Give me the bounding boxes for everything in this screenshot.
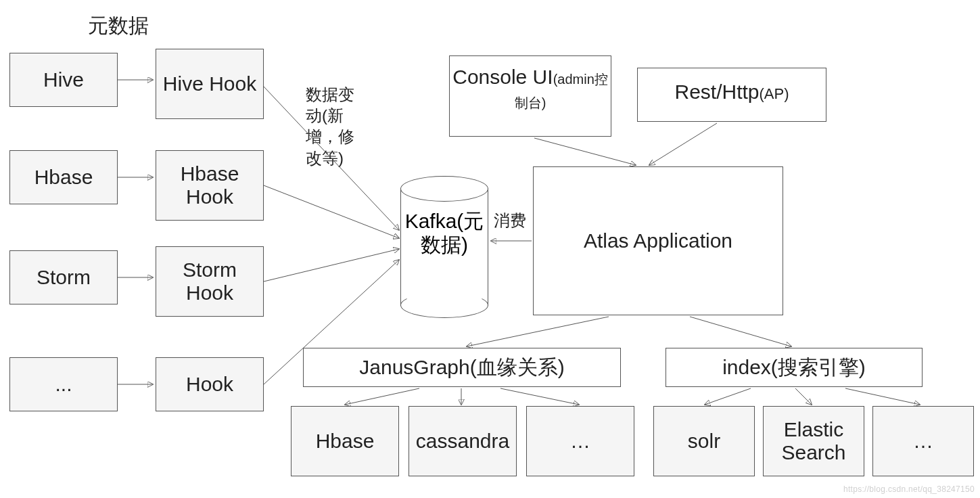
node-rest-http: Rest/Http(AP): [637, 68, 826, 122]
node-atlas-application: Atlas Application: [533, 166, 783, 315]
node-janus-more: …: [526, 406, 634, 476]
node-janus-cassandra: cassandra: [409, 406, 517, 476]
svg-line-5: [264, 185, 399, 238]
svg-line-10: [649, 123, 717, 165]
node-hbase: Hbase: [9, 150, 118, 204]
node-console-ui-main: Console UI: [452, 66, 553, 88]
node-storm: Storm: [9, 250, 118, 304]
edge-label-hook-kafka: 数据变动(新增，修改等): [306, 84, 360, 168]
svg-line-13: [345, 388, 419, 405]
watermark: https://blog.csdn.net/qq_38247150: [843, 484, 975, 494]
node-janusgraph: JanusGraph(血缘关系): [303, 348, 621, 387]
svg-line-15: [500, 388, 579, 405]
svg-line-12: [690, 317, 791, 346]
node-index-es: Elastic Search: [763, 406, 864, 476]
node-index-more: …: [872, 406, 974, 476]
node-console-ui: Console UI(admin控制台): [449, 55, 611, 137]
node-generic-hook: Hook: [156, 357, 264, 411]
node-hive: Hive: [9, 53, 118, 107]
svg-line-16: [705, 388, 751, 405]
svg-line-18: [845, 388, 920, 405]
svg-line-9: [534, 138, 636, 165]
node-more-sources: ...: [9, 357, 118, 411]
node-kafka-label: Kafka(元数据): [400, 207, 488, 259]
node-janus-hbase: Hbase: [291, 406, 399, 476]
node-index: index(搜索引擎): [666, 348, 923, 387]
node-hbase-hook: Hbase Hook: [156, 150, 264, 221]
node-storm-hook: Storm Hook: [156, 246, 264, 317]
svg-line-6: [264, 249, 399, 281]
node-hive-hook: Hive Hook: [156, 49, 264, 119]
edge-label-kafka-atlas: 消费: [494, 210, 526, 231]
svg-line-17: [795, 388, 812, 405]
node-kafka: Kafka(元数据): [400, 176, 488, 318]
svg-line-11: [467, 317, 609, 346]
node-index-solr: solr: [653, 406, 755, 476]
diagram-title: 元数据: [88, 12, 149, 40]
node-rest-main: Rest/Http: [674, 81, 759, 103]
node-rest-sub: (AP): [760, 85, 789, 102]
